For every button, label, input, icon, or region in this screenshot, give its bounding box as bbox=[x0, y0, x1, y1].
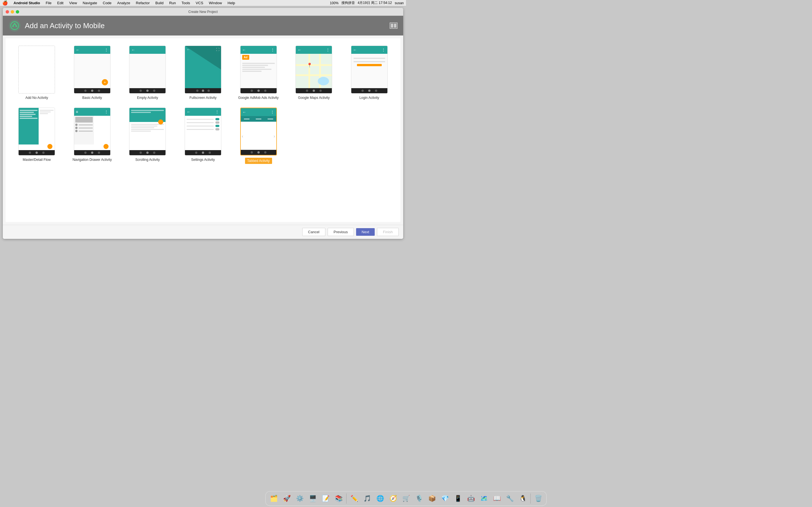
svg-point-1 bbox=[13, 25, 14, 27]
window-close-button[interactable] bbox=[6, 10, 9, 13]
activity-item-settings-activity[interactable]: ← ⋮ bbox=[177, 106, 229, 163]
login-back-icon: ← bbox=[353, 48, 357, 52]
basic-activity-preview: ← ⋮ + bbox=[74, 46, 110, 94]
maps-more-icon: ⋮ bbox=[326, 48, 330, 52]
menubar-right: 100% 搜狗拼音 4月19日 周二 17:54:12 susan bbox=[330, 1, 404, 5]
tabbed-back-icon: ← bbox=[243, 110, 246, 114]
dialog-footer: Cancel Previous Next Finish bbox=[3, 225, 403, 239]
menu-help[interactable]: Help bbox=[226, 1, 236, 5]
tabbed-more-icon: ⋮ bbox=[270, 110, 274, 114]
scrolling-activity-preview bbox=[129, 108, 166, 156]
menu-view[interactable]: View bbox=[68, 1, 78, 5]
tabbed-left-arrow-icon: ‹ bbox=[242, 134, 243, 139]
activity-label-master-detail: Master/Detail Flow bbox=[23, 158, 51, 162]
menu-build[interactable]: Build bbox=[154, 1, 165, 5]
menu-analyze[interactable]: Analyze bbox=[116, 1, 132, 5]
window-titlebar: Create New Project bbox=[3, 8, 403, 16]
menubar: 🍎 Android Studio File Edit View Navigate… bbox=[0, 0, 406, 6]
tabbed-right-arrow-icon: › bbox=[273, 134, 275, 139]
cancel-button[interactable]: Cancel bbox=[302, 228, 325, 236]
activity-item-nav-drawer[interactable]: ≡ ⋮ bbox=[67, 106, 118, 163]
svg-point-2 bbox=[15, 25, 17, 27]
activity-label-admob-activity: Google AdMob Ads Activity bbox=[238, 96, 278, 100]
activity-label-empty-activity: Empty Activity bbox=[137, 96, 158, 100]
activity-item-fullscreen-activity[interactable]: ← ⛶ Fullscreen Activity bbox=[177, 44, 229, 101]
menu-file[interactable]: File bbox=[45, 1, 53, 5]
maps-back-icon: ← bbox=[297, 48, 301, 52]
datetime-display: 4月19日 周二 17:54:12 bbox=[358, 1, 392, 5]
maps-activity-preview: ← ⋮ bbox=[296, 46, 332, 94]
dialog-header: Add an Activity to Mobile bbox=[3, 16, 403, 36]
settings-more-icon: ⋮ bbox=[215, 110, 219, 114]
menu-run[interactable]: Run bbox=[168, 1, 177, 5]
window-minimize-button[interactable] bbox=[11, 10, 14, 13]
activity-item-add-no-activity[interactable]: Add No Activity bbox=[11, 44, 62, 101]
empty-activity-preview: ← bbox=[129, 46, 166, 94]
header-layout-button[interactable] bbox=[390, 22, 398, 29]
activity-item-tabbed-activity[interactable]: ← ⋮ ‹ › bbox=[233, 106, 284, 166]
previous-button[interactable]: Previous bbox=[327, 228, 354, 236]
battery-status: 100% bbox=[330, 1, 339, 5]
activity-selection-area: Add No Activity ← ⋮ + bbox=[6, 38, 400, 222]
window-maximize-button[interactable] bbox=[16, 10, 19, 13]
activity-item-master-detail[interactable]: Master/Detail Flow bbox=[11, 106, 62, 163]
admob-activity-preview: ← ⋮ Ad bbox=[240, 46, 277, 94]
activity-item-maps-activity[interactable]: ← ⋮ bbox=[289, 44, 340, 101]
fullscreen-activity-preview: ← ⛶ bbox=[185, 46, 221, 94]
menu-window[interactable]: Window bbox=[208, 1, 223, 5]
activity-grid: Add No Activity ← ⋮ + bbox=[11, 44, 395, 166]
settings-back-icon: ← bbox=[187, 110, 191, 114]
menu-vcs[interactable]: VCS bbox=[195, 1, 204, 5]
user-name: susan bbox=[395, 1, 404, 5]
basic-back-icon: ← bbox=[76, 48, 80, 52]
no-activity-preview bbox=[18, 46, 55, 94]
next-button[interactable]: Next bbox=[356, 228, 375, 236]
page-title: Add an Activity to Mobile bbox=[25, 21, 105, 30]
activity-label-settings-activity: Settings Activity bbox=[191, 158, 215, 162]
activity-item-empty-activity[interactable]: ← Empty Activity bbox=[122, 44, 173, 101]
master-detail-preview bbox=[18, 108, 55, 156]
tabbed-activity-preview: ← ⋮ ‹ › bbox=[240, 108, 277, 156]
activity-label-basic-activity: Basic Activity bbox=[82, 96, 102, 100]
nav-drawer-preview: ≡ ⋮ bbox=[74, 108, 110, 156]
admob-back-icon: ← bbox=[242, 48, 246, 52]
empty-back-icon: ← bbox=[131, 48, 135, 52]
basic-more-icon: ⋮ bbox=[104, 48, 109, 52]
login-more-icon: ⋮ bbox=[382, 48, 386, 52]
menu-tools[interactable]: Tools bbox=[181, 1, 191, 5]
settings-activity-preview: ← ⋮ bbox=[185, 108, 221, 156]
menu-navigate[interactable]: Navigate bbox=[82, 1, 98, 5]
activity-item-scrolling-activity[interactable]: Scrolling Activity bbox=[122, 106, 173, 163]
admob-ad-label: Ad bbox=[242, 55, 249, 60]
window-controls bbox=[6, 10, 19, 13]
finish-button[interactable]: Finish bbox=[377, 228, 399, 236]
activity-item-basic-activity[interactable]: ← ⋮ + Basic Activity bbox=[67, 44, 118, 101]
activity-label-maps-activity: Google Maps Activity bbox=[298, 96, 329, 100]
menu-code[interactable]: Code bbox=[102, 1, 113, 5]
admob-more-icon: ⋮ bbox=[271, 48, 275, 52]
activity-label-nav-drawer: Navigation Drawer Activity bbox=[72, 158, 112, 162]
menu-edit[interactable]: Edit bbox=[56, 1, 64, 5]
window-title: Create New Project bbox=[188, 10, 218, 14]
main-window: Create New Project Add an Activity to Mo… bbox=[3, 8, 403, 239]
nav-hamburger-icon: ≡ bbox=[76, 110, 78, 114]
nav-more-icon: ⋮ bbox=[104, 110, 109, 114]
activity-label-login-activity: Login Activity bbox=[359, 96, 379, 100]
android-studio-logo bbox=[8, 19, 21, 32]
apple-menu[interactable]: 🍎 bbox=[2, 0, 8, 6]
maps-marker-icon: 📍 bbox=[307, 62, 312, 68]
activity-label-scrolling-activity: Scrolling Activity bbox=[135, 158, 160, 162]
login-activity-preview: ← ⋮ bbox=[351, 46, 388, 94]
activity-label-fullscreen-activity: Fullscreen Activity bbox=[190, 96, 216, 100]
activity-label-add-no-activity: Add No Activity bbox=[26, 96, 48, 100]
ime-status: 搜狗拼音 bbox=[342, 1, 355, 5]
menu-refactor[interactable]: Refactor bbox=[135, 1, 151, 5]
activity-label-tabbed-activity: Tabbed Activity bbox=[245, 158, 272, 164]
activity-item-login-activity[interactable]: ← ⋮ bbox=[344, 44, 395, 101]
menu-app-name[interactable]: Android Studio bbox=[12, 1, 41, 5]
activity-item-admob-activity[interactable]: ← ⋮ Ad bbox=[233, 44, 284, 101]
